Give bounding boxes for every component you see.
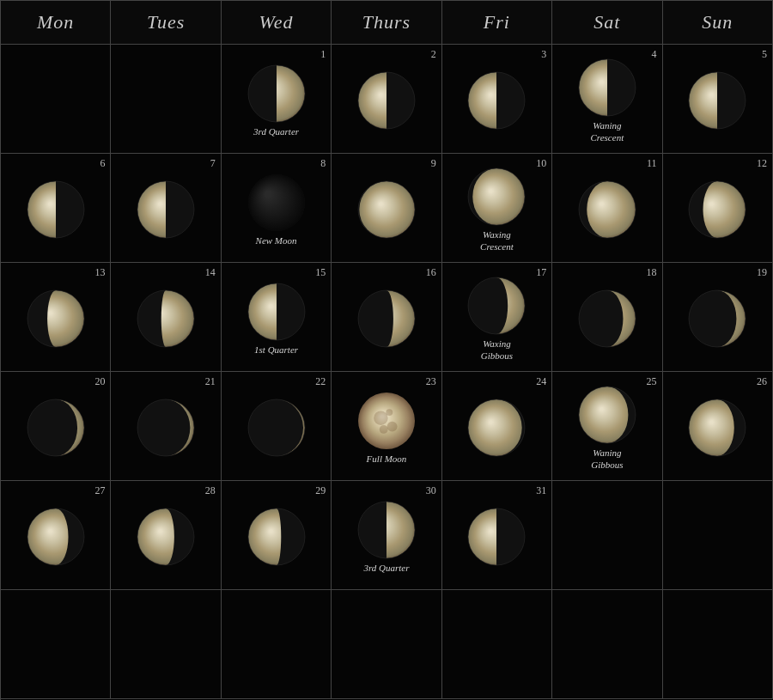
day-20: 20 <box>1 372 111 481</box>
day-19: 19 <box>663 263 773 372</box>
day-14: 14 <box>111 263 221 372</box>
day-2: 2 <box>332 45 441 154</box>
header-tues: Tues <box>111 1 221 45</box>
empty-cell <box>222 590 332 699</box>
moon-calendar: Mon Tues Wed Thurs Fri Sat Sun 1 3rd Qua… <box>0 0 773 700</box>
day-25: 25 WaningGibbous <box>552 372 662 481</box>
moon-phase-1 <box>247 64 307 124</box>
header-thurs: Thurs <box>332 1 441 45</box>
header-wed: Wed <box>222 1 332 45</box>
empty-cell <box>1 590 111 699</box>
day-3: 3 <box>442 45 552 154</box>
moon-phase-7 <box>136 180 196 240</box>
header-mon: Mon <box>1 1 111 45</box>
day-22: 22 <box>222 372 332 481</box>
empty-cell <box>442 590 552 699</box>
day-29: 29 <box>222 481 332 590</box>
empty-cell <box>663 590 773 699</box>
moon-phase-14 <box>136 289 196 349</box>
day-18: 18 <box>552 263 662 372</box>
moon-phase-27 <box>26 507 86 567</box>
header-fri: Fri <box>442 1 552 45</box>
day-11: 11 <box>552 154 662 263</box>
day-7: 7 <box>111 154 221 263</box>
day-6: 6 <box>1 154 111 263</box>
day-12: 12 <box>663 154 773 263</box>
empty-cell <box>111 590 221 699</box>
day-9: 9 <box>332 154 441 263</box>
day-15: 15 1st Quarter <box>222 263 332 372</box>
day-17: 17 WaxingGibbous <box>442 263 552 372</box>
moon-phase-20 <box>26 398 86 458</box>
day-10: 10 WaxingCrescent <box>442 154 552 263</box>
moon-phase-31 <box>466 507 526 567</box>
moon-phase-11 <box>577 180 637 240</box>
empty-cell <box>663 481 773 590</box>
day-4: 4 WaningCrescent <box>552 45 662 154</box>
moon-phase-26 <box>687 398 747 458</box>
moon-phase-24 <box>466 398 526 458</box>
day-23: 23 Full Moon <box>332 372 441 481</box>
moon-phase-5 <box>687 70 747 131</box>
day-24: 24 <box>442 372 552 481</box>
moon-phase-6 <box>26 180 86 240</box>
moon-phase-28 <box>136 507 196 567</box>
moon-phase-29 <box>247 507 307 567</box>
moon-phase-15 <box>247 282 307 342</box>
moon-phase-13 <box>26 289 86 349</box>
moon-phase-23 <box>356 391 417 451</box>
moon-phase-3 <box>466 70 526 131</box>
day-30: 30 3rd Quarter <box>332 481 441 590</box>
moon-phase-12 <box>687 180 747 240</box>
day-16: 16 <box>332 263 441 372</box>
moon-phase-30 <box>356 500 417 560</box>
moon-phase-4 <box>577 58 637 118</box>
day-21: 21 <box>111 372 221 481</box>
moon-phase-8 <box>247 173 307 233</box>
moon-phase-18 <box>577 289 637 349</box>
empty-cell <box>552 481 662 590</box>
header-sat: Sat <box>552 1 662 45</box>
moon-phase-2 <box>356 70 417 131</box>
moon-phase-16 <box>356 289 417 349</box>
day-8: 8 New Moon <box>222 154 332 263</box>
day-28: 28 <box>111 481 221 590</box>
day-31: 31 <box>442 481 552 590</box>
moon-phase-21 <box>136 398 196 458</box>
moon-phase-19 <box>687 289 747 349</box>
moon-phase-22 <box>247 398 307 458</box>
header-sun: Sun <box>663 1 773 45</box>
empty-cell <box>332 590 441 699</box>
day-1: 1 3rd Quarter <box>222 45 332 154</box>
empty-cell <box>552 590 662 699</box>
moon-phase-10 <box>466 167 526 227</box>
day-27: 27 <box>1 481 111 590</box>
moon-phase-25 <box>577 385 637 445</box>
moon-phase-17 <box>466 276 526 336</box>
day-5: 5 <box>663 45 773 154</box>
empty-cell <box>1 45 111 154</box>
day-26: 26 <box>663 372 773 481</box>
moon-phase-9 <box>356 180 417 240</box>
empty-cell <box>111 45 221 154</box>
day-13: 13 <box>1 263 111 372</box>
